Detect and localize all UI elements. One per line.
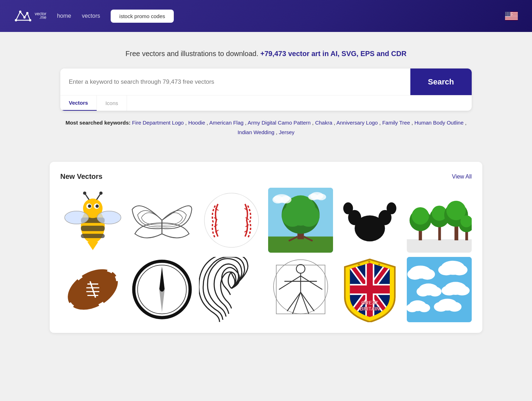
svg-point-125	[454, 286, 470, 295]
svg-point-34	[204, 193, 259, 247]
flag-icon[interactable]: ★ ★ ★ ★ ★ ★ ★ ★ ★ ★ ★ ★ ★ ★ ★ ★ ★ ★ ★ ★ …	[505, 12, 518, 20]
svg-point-124	[441, 286, 456, 295]
hero-subtitle-bold: +79,473 vector art in AI, SVG, EPS and C…	[260, 50, 406, 57]
svg-point-49	[298, 205, 320, 227]
new-vectors-section: New Vectors View All	[50, 162, 482, 333]
svg-text:BRITAIN: BRITAIN	[360, 306, 380, 312]
svg-rect-11	[505, 18, 518, 18]
vector-vitruvian[interactable]	[268, 257, 333, 322]
keyword-anniversary[interactable]: Anniversary Logo	[336, 120, 378, 126]
svg-point-119	[451, 265, 467, 276]
svg-point-52	[281, 196, 292, 203]
svg-text:★ ★ ★ ★ ★: ★ ★ ★ ★ ★	[505, 15, 512, 16]
keyword-flag[interactable]: American Flag	[209, 120, 244, 126]
svg-point-127	[407, 304, 418, 312]
logo-icon	[14, 9, 32, 23]
svg-point-28	[83, 192, 86, 195]
svg-rect-20	[81, 226, 105, 231]
svg-rect-12	[505, 19, 518, 20]
svg-point-25	[88, 204, 91, 208]
search-row: Search	[60, 68, 472, 95]
search-tabs: Vectors Icons	[60, 95, 472, 111]
vector-baseball[interactable]	[199, 188, 264, 253]
svg-point-121	[416, 287, 430, 296]
svg-line-93	[279, 276, 301, 290]
vector-tree[interactable]	[268, 188, 333, 253]
svg-line-95	[287, 292, 300, 311]
keyword-body[interactable]: Human Body Outline	[415, 120, 464, 126]
svg-marker-33	[87, 242, 98, 250]
svg-rect-62	[407, 239, 472, 253]
svg-point-1	[15, 19, 17, 21]
keyword-camo[interactable]: Army Digital Camo Pattern	[248, 120, 311, 126]
svg-point-59	[343, 202, 353, 214]
keywords-section: Most searched keywords: Fire Department …	[60, 118, 472, 141]
hero-section: Free vectors and illustrations to downlo…	[0, 32, 532, 151]
svg-point-60	[387, 202, 396, 214]
vector-greatbritain[interactable]: GREAT BRITAIN ★ ★ ★	[337, 257, 402, 322]
keywords-list: Fire Department Logo , Hoodie , American…	[132, 120, 466, 135]
hero-subtitle-normal: Free vectors and illustrations to downlo…	[126, 50, 260, 57]
vector-clouds[interactable]	[407, 257, 472, 322]
keyword-familytree[interactable]: Family Tree	[382, 120, 410, 126]
svg-point-4	[26, 12, 28, 14]
svg-point-130	[434, 302, 448, 312]
svg-point-74	[460, 215, 472, 227]
svg-point-5	[29, 19, 31, 21]
svg-point-122	[428, 287, 442, 296]
svg-point-128	[418, 304, 430, 312]
tab-vectors[interactable]: Vectors	[60, 95, 97, 111]
nav-links: home vectors istock promo codes	[57, 10, 174, 23]
svg-point-32	[97, 211, 121, 224]
keyword-wedding[interactable]: Indian Wedding	[238, 129, 275, 135]
svg-point-3	[23, 16, 26, 18]
tab-icons[interactable]: Icons	[97, 95, 127, 111]
header-left: vector .me home vectors istock promo cod…	[14, 9, 174, 23]
vector-fingerprint[interactable]	[199, 257, 264, 322]
vector-wings[interactable]	[129, 188, 194, 253]
keywords-label: Most searched keywords:	[66, 120, 131, 126]
svg-rect-21	[81, 234, 105, 238]
svg-point-65	[411, 207, 429, 225]
svg-point-87	[160, 287, 164, 292]
svg-point-131	[447, 302, 461, 312]
new-vectors-header: New Vectors View All	[60, 172, 472, 181]
hero-subtitle: Free vectors and illustrations to downlo…	[14, 50, 518, 58]
logo[interactable]: vector .me	[14, 9, 46, 23]
keyword-chakra[interactable]: Chakra	[315, 120, 332, 126]
vector-bee[interactable]	[60, 188, 125, 253]
search-input[interactable]	[60, 68, 410, 95]
svg-point-31	[65, 211, 88, 224]
nav-vectors[interactable]: vectors	[82, 13, 100, 19]
header-right: ★ ★ ★ ★ ★ ★ ★ ★ ★ ★ ★ ★ ★ ★ ★ ★ ★ ★ ★ ★ …	[505, 12, 518, 20]
svg-line-96	[301, 292, 314, 311]
keyword-jersey[interactable]: Jersey	[279, 129, 294, 135]
view-all-link[interactable]: View All	[452, 174, 472, 180]
nav-home[interactable]: home	[57, 13, 71, 19]
vector-pawprint[interactable]	[337, 188, 402, 253]
logo-text: vector .me	[35, 12, 46, 20]
svg-text:GREAT: GREAT	[361, 300, 379, 306]
svg-rect-10	[505, 16, 518, 17]
svg-rect-66	[438, 226, 441, 240]
vector-trees-group[interactable]	[407, 188, 472, 253]
nav-promo[interactable]: istock promo codes	[111, 10, 173, 23]
vectors-grid: GREAT BRITAIN ★ ★ ★	[60, 188, 472, 322]
keyword-hoodie[interactable]: Hoodie	[188, 120, 205, 126]
svg-line-98	[301, 292, 309, 314]
svg-point-26	[95, 204, 99, 208]
svg-point-116	[420, 269, 435, 280]
svg-point-90	[296, 265, 305, 273]
svg-text:★: ★	[358, 263, 361, 267]
new-vectors-title: New Vectors	[60, 172, 102, 181]
search-container: Search Vectors Icons	[60, 68, 472, 111]
svg-point-2	[19, 11, 21, 13]
svg-point-55	[316, 194, 326, 200]
search-button[interactable]: Search	[410, 68, 472, 95]
vector-compass[interactable]	[129, 257, 194, 322]
svg-line-97	[293, 292, 301, 314]
header: vector .me home vectors istock promo cod…	[0, 0, 532, 32]
keyword-fire[interactable]: Fire Department Logo	[132, 120, 184, 126]
svg-text:★: ★	[367, 259, 371, 264]
vector-football[interactable]	[60, 257, 125, 322]
